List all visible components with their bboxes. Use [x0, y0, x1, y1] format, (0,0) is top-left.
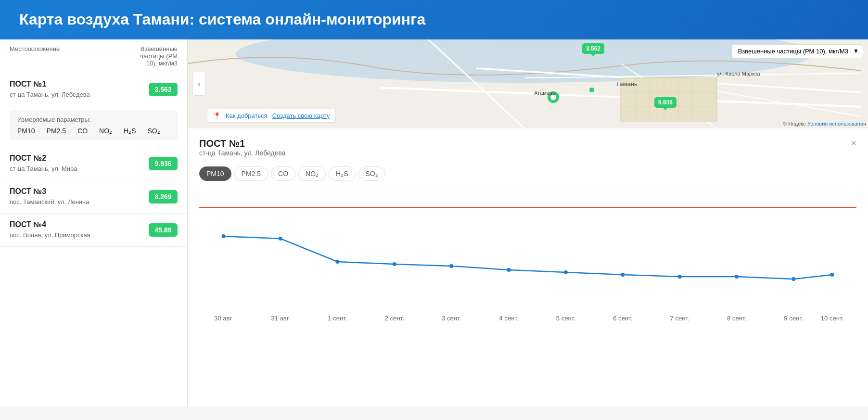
map-nav-btn[interactable]: ‹: [192, 72, 206, 96]
svg-text:7 сент.: 7 сент.: [670, 315, 689, 322]
station-address-2: ст-ца Тамань, ул. Мира: [10, 165, 77, 173]
col-location-label: Местоположение: [10, 45, 139, 67]
directions-link[interactable]: Как добраться: [226, 112, 268, 119]
svg-point-30: [791, 277, 795, 281]
map-tooltip: 📍 Как добраться Создать свою карту: [207, 109, 336, 123]
params-label: Измеряемые параметры:: [17, 116, 170, 123]
svg-point-28: [678, 275, 682, 279]
yandex-terms-link[interactable]: Условия использования: [807, 121, 866, 127]
tab-h2s[interactable]: H₂S: [329, 166, 355, 181]
station-name-2: ПОСТ №2: [10, 154, 77, 163]
station-name-1: ПОСТ №1: [10, 80, 90, 89]
detail-title: ПОСТ №1: [199, 138, 286, 149]
detail-address: ст-ца Тамань, ул. Лебедева: [199, 149, 286, 157]
copyright-badge: © Яндекс Условия использования: [783, 121, 866, 127]
svg-text:30 авг.: 30 авг.: [214, 315, 233, 322]
map-canvas: Тамань ул. Карла Маркса Атамань 3.562 9.…: [188, 39, 868, 128]
station-name-3: ПОСТ №3: [10, 187, 89, 196]
svg-text:6 сент.: 6 сент.: [613, 315, 632, 322]
page-title: Карта воздуха Тамани: система онлайн-мон…: [19, 10, 849, 30]
tab-no2[interactable]: NO₂: [298, 166, 326, 181]
station-address-1: ст-ца Тамань, ул. Лебедева: [10, 90, 90, 99]
svg-text:8 сент.: 8 сент.: [727, 315, 746, 322]
map-pin-2[interactable]: 9.936: [654, 97, 677, 108]
svg-point-29: [735, 275, 739, 279]
header: Карта воздуха Тамани: система онлайн-мон…: [0, 0, 868, 39]
station-name-4: ПОСТ №4: [10, 220, 90, 229]
right-panel: Тамань ул. Карла Маркса Атамань 3.562 9.…: [188, 39, 868, 407]
station-card-4[interactable]: ПОСТ №4 пос. Волна, ул. Приморская 45.89: [0, 214, 187, 247]
svg-text:3 сент.: 3 сент.: [442, 315, 461, 322]
svg-text:10 сент.: 10 сент.: [821, 315, 844, 322]
station-badge-2: 9.936: [149, 157, 178, 170]
tab-co[interactable]: CO: [271, 166, 295, 181]
station-address-4: пос. Волна, ул. Приморская: [10, 231, 90, 240]
sidebar-header: Местоположение Взвешенные частицы (РМ 10…: [0, 39, 187, 73]
tab-so2[interactable]: SO₂: [358, 166, 385, 181]
svg-point-23: [393, 262, 396, 266]
svg-text:4 сент.: 4 сент.: [499, 315, 518, 322]
main-layout: Местоположение Взвешенные частицы (РМ 10…: [0, 39, 868, 407]
svg-point-27: [621, 273, 625, 277]
station-card-2[interactable]: ПОСТ №2 ст-ца Тамань, ул. Мира 9.936: [0, 147, 187, 180]
station-card-3[interactable]: ПОСТ №3 пос. Таманский, ул. Ленина 8.269: [0, 180, 187, 214]
params-box: Измеряемые параметры: PM10 PM2.5 CO NO₂ …: [10, 110, 178, 140]
svg-text:9 сент.: 9 сент.: [784, 315, 803, 322]
svg-point-31: [830, 273, 834, 277]
station-badge-3: 8.269: [149, 190, 178, 204]
param-so2: SO₂: [148, 127, 160, 135]
street-label: ул. Карла Маркса: [717, 71, 760, 76]
create-map-link[interactable]: Создать свою карту: [272, 112, 330, 119]
detail-header: ПОСТ №1 ст-ца Тамань, ул. Лебедева ×: [199, 138, 856, 165]
station-card-1[interactable]: ПОСТ №1 ст-ца Тамань, ул. Лебедева 3.562: [0, 73, 187, 106]
chart-area: 30 авг. 31 авг. 1 сент. 2 сент. 3 сент. …: [199, 191, 856, 325]
svg-text:5 сент.: 5 сент.: [556, 315, 575, 322]
param-no2: NO₂: [99, 127, 112, 135]
svg-point-25: [507, 268, 511, 272]
yandex-copyright: © Яндекс: [783, 121, 806, 127]
location-icon: 📍: [213, 112, 221, 119]
tabs-row: PM10 PM2.5 CO NO₂ H₂S SO₂: [199, 166, 856, 181]
params-grid: PM10 PM2.5 CO NO₂ H₂S SO₂: [17, 127, 170, 135]
city-label: Тамань: [616, 80, 638, 88]
svg-text:31 авг.: 31 авг.: [271, 315, 290, 322]
close-button[interactable]: ×: [851, 138, 856, 148]
tab-pm10[interactable]: PM10: [199, 166, 231, 181]
sidebar: Местоположение Взвешенные частицы (РМ 10…: [0, 39, 188, 407]
svg-point-21: [279, 237, 282, 241]
map-dropdown[interactable]: Взвешенные частицы (РМ 10), мкг/М3 ▼: [732, 44, 863, 58]
svg-point-26: [564, 270, 568, 274]
svg-text:1 сент.: 1 сент.: [328, 315, 347, 322]
param-pm10: PM10: [17, 127, 35, 135]
chart-svg: 30 авг. 31 авг. 1 сент. 2 сент. 3 сент. …: [199, 191, 856, 325]
tab-pm25[interactable]: PM2.5: [234, 166, 268, 181]
param-h2s: H₂S: [124, 127, 136, 135]
map-pin-1[interactable]: 3.562: [582, 43, 604, 54]
ataman-label: Атамань: [534, 90, 555, 96]
detail-panel: ПОСТ №1 ст-ца Тамань, ул. Лебедева × PM1…: [188, 128, 868, 407]
param-co: CO: [77, 127, 88, 135]
col-value-label: Взвешенные частицы (РМ 10), мкг/м3: [139, 45, 178, 67]
param-pm25: PM2.5: [47, 127, 66, 135]
station-badge-4: 45.89: [149, 223, 178, 237]
svg-point-20: [222, 234, 226, 238]
station-address-3: пос. Таманский, ул. Ленина: [10, 198, 89, 206]
svg-point-22: [335, 260, 339, 264]
map-area: Тамань ул. Карла Маркса Атамань 3.562 9.…: [188, 39, 868, 128]
dropdown-arrow-icon: ▼: [853, 48, 859, 54]
map-dropdown-label: Взвешенные частицы (РМ 10), мкг/М3: [738, 48, 848, 55]
svg-text:2 сент.: 2 сент.: [385, 315, 404, 322]
station-badge-1: 3.562: [149, 83, 178, 96]
svg-point-18: [589, 88, 594, 92]
svg-point-24: [449, 264, 453, 268]
